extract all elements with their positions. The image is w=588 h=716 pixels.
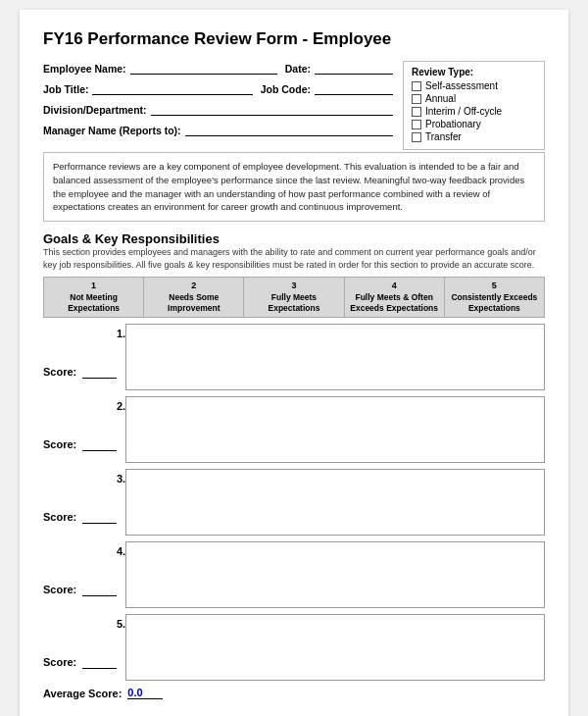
manager-field[interactable] [185, 123, 393, 136]
manager-label: Manager Name (Reports to): [43, 125, 181, 136]
employee-name-field[interactable] [130, 61, 277, 75]
score-field-4[interactable] [82, 583, 117, 596]
goal-item-5: Score: 5. [43, 614, 545, 681]
probationary-label: Probationary [425, 119, 481, 129]
review-type-box: Review Type: Self-assessment Annual Inte… [403, 61, 545, 150]
average-score-row: Average Score: 0.0 [43, 687, 545, 699]
transfer-label: Transfer [425, 131, 462, 142]
page-title: FY16 Performance Review Form - Employee [43, 29, 545, 49]
rating-col-5: 5Consistently ExceedsExpectations [444, 278, 544, 318]
goal-item-3: Score: 3. [43, 469, 545, 536]
item-number-2: 2. [117, 396, 125, 412]
division-field[interactable] [151, 102, 393, 116]
score-label-3: Score: [43, 511, 76, 523]
employee-name-label: Employee Name: [43, 63, 126, 75]
score-label-2: Score: [43, 438, 76, 450]
goal-textbox-5[interactable] [125, 614, 545, 681]
goal-item-4: Score: 4. [43, 541, 545, 608]
intro-box: Performance reviews are a key component … [43, 152, 545, 222]
score-label-5: Score: [43, 656, 76, 668]
job-title-label: Job Title: [43, 83, 88, 95]
review-type-transfer[interactable]: Transfer [412, 131, 536, 142]
annual-label: Annual [425, 93, 456, 104]
goal-textbox-2[interactable] [125, 396, 545, 463]
interim-label: Interim / Off-cycle [425, 106, 502, 117]
review-type-probationary[interactable]: Probationary [412, 119, 536, 129]
division-label: Division/Department: [43, 104, 147, 116]
review-type-title: Review Type: [412, 67, 536, 77]
date-field[interactable] [315, 61, 393, 75]
rating-table: 1Not MeetingExpectations 2Needs SomeImpr… [43, 277, 545, 318]
review-type-interim[interactable]: Interim / Off-cycle [412, 106, 536, 117]
checkbox-interim[interactable] [412, 107, 421, 117]
job-code-field[interactable] [315, 81, 393, 95]
rating-col-2: 2Needs SomeImprovement [144, 278, 244, 318]
job-title-field[interactable] [92, 81, 252, 95]
self-assessment-label: Self-assessment [425, 80, 498, 91]
rating-col-1: 1Not MeetingExpectations [44, 278, 144, 318]
intro-text: Performance reviews are a key component … [53, 161, 524, 212]
goals-section-title: Goals & Key Responsibilities [43, 231, 545, 246]
item-number-1: 1. [117, 324, 125, 339]
checkbox-self-assessment[interactable] [412, 81, 421, 91]
score-label-1: Score: [43, 366, 76, 378]
checkbox-transfer[interactable] [412, 132, 421, 142]
goal-textbox-1[interactable] [125, 324, 545, 390]
average-score-label: Average Score: [43, 688, 122, 699]
item-number-4: 4. [117, 541, 125, 557]
rating-col-4: 4Fully Meets & OftenExceeds Expectations [344, 278, 444, 318]
goal-textbox-4[interactable] [125, 541, 545, 608]
item-number-5: 5. [117, 614, 125, 630]
score-field-2[interactable] [82, 437, 117, 451]
average-score-value: 0.0 [127, 687, 163, 699]
goal-textbox-3[interactable] [125, 469, 545, 536]
goal-item-1: Score: 1. [43, 324, 545, 390]
goals-section-subtitle: This section provides employees and mana… [43, 246, 545, 271]
checkbox-annual[interactable] [412, 94, 421, 104]
rating-col-3: 3Fully MeetsExpectations [244, 278, 344, 318]
item-number-3: 3. [117, 469, 125, 485]
date-label: Date: [285, 63, 311, 75]
score-field-1[interactable] [82, 365, 117, 379]
page: FY16 Performance Review Form - Employee … [20, 10, 568, 716]
job-code-label: Job Code: [261, 83, 311, 95]
score-field-3[interactable] [82, 510, 117, 524]
review-type-self[interactable]: Self-assessment [412, 80, 536, 91]
score-field-5[interactable] [82, 655, 117, 669]
checkbox-probationary[interactable] [412, 120, 421, 129]
review-type-annual[interactable]: Annual [412, 93, 536, 104]
score-label-4: Score: [43, 584, 76, 595]
goal-item-2: Score: 2. [43, 396, 545, 463]
